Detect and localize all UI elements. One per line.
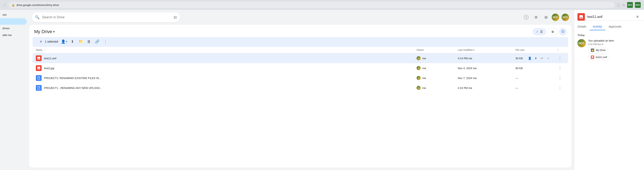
sidebar-item-drives[interactable]: drives [0, 25, 27, 31]
owner-name: me [422, 67, 426, 70]
info-icon: ⓘ [562, 30, 564, 33]
secure-icon: 🔒 [12, 3, 15, 6]
search-bar[interactable]: 🔍 ⊟ [32, 12, 180, 22]
table-row[interactable]: test2.jpg H me Nov 4, 2024 me 90 KB ⋮ [32, 63, 568, 73]
row-more-button[interactable]: ⋮ [557, 55, 563, 62]
list-view-button[interactable]: ✓ ☰ [532, 28, 546, 35]
link-button[interactable]: 🔗 [94, 38, 101, 45]
download-icon: ⬇ [71, 39, 74, 44]
filter-icon[interactable]: ⊟ [174, 15, 177, 19]
rename-row-btn[interactable]: ✏ [539, 55, 545, 61]
approvals-tab-label: Approvals [608, 25, 621, 28]
image-icon-svg [37, 56, 40, 60]
drive-title-arrow: ▾ [53, 29, 55, 34]
avatar-image: HCC [552, 13, 559, 21]
favicon: HCC [627, 2, 633, 8]
tab-approvals[interactable]: Approvals [605, 23, 625, 30]
search-icon: 🔍 [35, 15, 40, 19]
last-modified-column-header: Last modified ▾ [458, 49, 516, 51]
chip-label-file: test11.avif [596, 56, 607, 59]
doc-file-icon [36, 75, 42, 81]
more-icon: ⋮ [104, 39, 107, 44]
apps-icon: ⊞ [544, 15, 548, 19]
panel-close-icon: ✕ [636, 15, 639, 19]
search-input[interactable] [42, 15, 171, 19]
url-bar[interactable]: 🔒 drive.google.com/drive/u/0/my-drive [9, 2, 614, 8]
file-size-cell: 30 KB 👤 ⬇ ✏ ☆ [516, 55, 557, 61]
panel-image-icon [579, 15, 584, 19]
owner-cell: H me [416, 66, 458, 70]
activity-item: HCC You uploaded an item 4:16 PM Nov 8 📁… [578, 39, 641, 61]
file-size-cell: — [516, 86, 557, 90]
file-list: Name ↓ Owner Last modified ▾ File size ⋮ [29, 47, 572, 168]
owner-cell: H me [416, 86, 458, 90]
cast-icon[interactable]: ⬚ [617, 3, 620, 7]
star-row-btn[interactable]: ☆ [545, 55, 551, 61]
delete-button[interactable]: 🗑 [85, 38, 93, 45]
column-more-icon[interactable]: ⋮ [557, 49, 559, 51]
list-icon: ☰ [540, 30, 543, 33]
owner-name: me [422, 86, 426, 90]
drive-title[interactable]: My Drive ▾ [34, 29, 55, 34]
activity-chip-file[interactable]: test11.avif [588, 54, 610, 60]
sort-icon[interactable]: ↓ [44, 49, 45, 51]
row-more-button[interactable]: ⋮ [557, 85, 563, 91]
modified-sort-icon[interactable]: ▾ [473, 49, 474, 51]
file-name: PROJECT1 - RENAMING ANY NEW UPLOAD... [44, 86, 102, 90]
deselect-button[interactable]: ✕ [38, 38, 44, 45]
doc-icon-svg [37, 76, 40, 80]
activity-avatar-img: HCC [578, 39, 586, 47]
grid-view-button[interactable]: ⊞ [548, 28, 558, 35]
panel-file-name: test11.avif [587, 15, 632, 19]
sidebar-item-active[interactable] [0, 18, 27, 25]
folder-chip-icon: 📁 [591, 49, 594, 52]
favicon-2: HCC [635, 2, 641, 8]
panel-close-button[interactable]: ✕ [634, 13, 641, 20]
chip-image-svg [591, 56, 594, 58]
move-to-folder-button[interactable]: 📁 [77, 38, 84, 45]
chip-label: My Drive [596, 49, 606, 52]
file-name: PROJECT1: RENAMING EXISTING FILES IN... [44, 77, 101, 80]
star-icon[interactable]: ☆ [622, 3, 625, 7]
image-file-icon [36, 55, 42, 61]
selection-toolbar: ✕ 1 selected 👤+ ⬇ 📁 🗑 🔗 [32, 37, 568, 47]
row-more-button[interactable]: ⋮ [557, 75, 563, 81]
file-name-cell: PROJECT1 - RENAMING ANY NEW UPLOAD... [36, 85, 416, 91]
table-row[interactable]: PROJECT1 - RENAMING ANY NEW UPLOAD... H … [32, 83, 568, 93]
settings-button[interactable]: ⚙ [532, 13, 540, 21]
last-modified-cell: Nov 4, 2024 me [458, 67, 516, 70]
link-icon: 🔗 [95, 39, 100, 44]
table-row[interactable]: test11.avif H me 4:14 PM me 30 KB 👤 ⬇ [32, 53, 568, 63]
more-actions-button[interactable]: ⋮ [102, 38, 109, 45]
download-row-btn[interactable]: ⬇ [533, 55, 539, 61]
details-tab-label: Details [578, 25, 586, 28]
row-actions: 👤 ⬇ ✏ ☆ [527, 55, 551, 61]
row-more-button[interactable]: ⋮ [557, 65, 563, 71]
row-more-cell: ⋮ [557, 75, 565, 81]
activity-time: 4:16 PM Nov 8 [588, 43, 641, 45]
close-icon: ✕ [40, 40, 42, 44]
avatar[interactable]: HCC [552, 13, 559, 21]
apps-button[interactable]: ⊞ [542, 13, 550, 21]
add-person-row-btn[interactable]: 👤 [527, 55, 532, 61]
file-name-cell: test11.avif [36, 55, 416, 61]
tab-activity[interactable]: Activity [590, 23, 605, 30]
tab-details[interactable]: Details [574, 23, 590, 30]
table-row[interactable]: PROJECT1: RENAMING EXISTING FILES IN... … [32, 73, 568, 83]
share-button[interactable]: 👤+ [60, 38, 68, 45]
download-button[interactable]: ⬇ [69, 38, 76, 45]
avatar-2[interactable]: HCC [562, 13, 569, 21]
owner-cell: H me [416, 76, 458, 80]
last-modified-label: Last modified [458, 49, 472, 51]
browser-right-icons: ⬚ ☆ HCC HCC [617, 2, 641, 8]
help-button[interactable]: ? [522, 13, 530, 21]
activity-tab-label: Activity [593, 25, 602, 28]
info-button[interactable]: ⓘ [559, 28, 566, 35]
settings-icon: ⚙ [534, 15, 538, 19]
activity-chip-my-drive[interactable]: 📁 My Drive [588, 47, 608, 53]
image-chip-icon [591, 56, 594, 59]
owner-avatar: H [416, 86, 421, 90]
sidebar-item-with-me[interactable]: with me [0, 32, 27, 38]
sidebar-item-ces[interactable]: ces [0, 11, 27, 18]
last-modified-cell: Nov 7, 2024 me [458, 77, 516, 80]
